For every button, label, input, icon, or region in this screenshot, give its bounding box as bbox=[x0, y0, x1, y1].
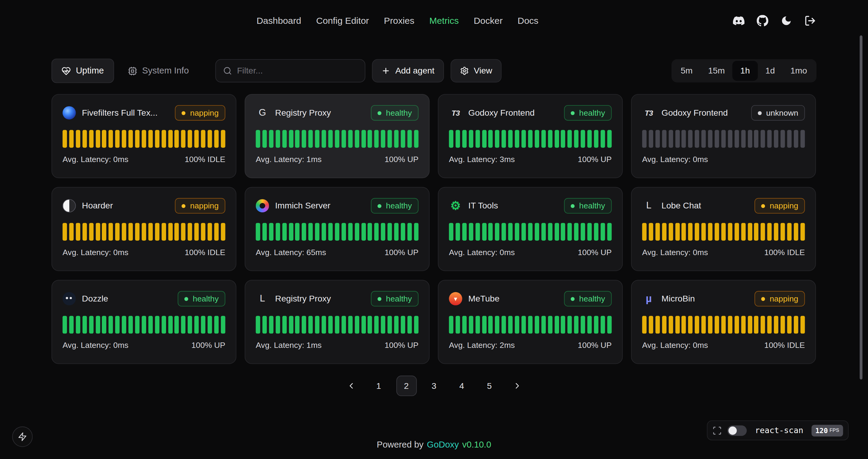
service-favicon-icon: ⚙ bbox=[449, 199, 462, 212]
discord-icon[interactable] bbox=[733, 15, 745, 27]
service-card[interactable]: Hoarder napping Avg. Latency: 0ms 100% I… bbox=[52, 187, 236, 271]
pagination-prev[interactable] bbox=[341, 375, 361, 396]
uptime-bar bbox=[276, 130, 280, 148]
uptime-bar bbox=[361, 223, 366, 241]
status-dot-icon bbox=[758, 111, 762, 115]
pagination-page-4[interactable]: 4 bbox=[452, 375, 472, 396]
uptime-bars bbox=[449, 316, 612, 334]
add-agent-button[interactable]: Add agent bbox=[372, 59, 444, 83]
uptime-bar bbox=[262, 316, 267, 334]
uptime-bars bbox=[63, 316, 225, 334]
uptime-bar bbox=[82, 223, 87, 241]
tab-system-info[interactable]: System Info bbox=[118, 59, 199, 83]
range-15m[interactable]: 15m bbox=[701, 61, 733, 81]
uptime-bar bbox=[735, 316, 739, 334]
nav-item-docs[interactable]: Docs bbox=[518, 15, 538, 26]
uptime-bar bbox=[414, 316, 418, 334]
nav-item-proxies[interactable]: Proxies bbox=[384, 15, 414, 26]
uptime-bar bbox=[594, 223, 598, 241]
service-card[interactable]: Fivefilters Full Tex... napping Avg. Lat… bbox=[52, 94, 236, 178]
service-name: Fivefilters Full Tex... bbox=[82, 108, 169, 118]
status-badge: healthy bbox=[371, 105, 418, 121]
view-button[interactable]: View bbox=[451, 59, 502, 83]
uptime-bar bbox=[388, 223, 392, 241]
uptime-bar bbox=[214, 130, 219, 148]
pagination-page-3[interactable]: 3 bbox=[424, 375, 444, 396]
uptime-bar bbox=[449, 223, 454, 241]
uptime-bar bbox=[161, 130, 166, 148]
dark-mode-icon[interactable] bbox=[781, 15, 792, 27]
nav-item-config-editor[interactable]: Config Editor bbox=[316, 15, 369, 26]
pagination-page-1[interactable]: 1 bbox=[368, 375, 389, 396]
service-card[interactable]: L Registry Proxy healthy Avg. Latency: 1… bbox=[245, 280, 430, 364]
uptime-bar bbox=[515, 130, 519, 148]
service-name: Godoxy Frontend bbox=[661, 108, 745, 118]
tab-uptime[interactable]: Uptime bbox=[52, 59, 114, 83]
uptime-bars bbox=[642, 316, 805, 334]
service-card[interactable]: Immich Server healthy Avg. Latency: 65ms… bbox=[245, 187, 430, 271]
nav-item-metrics[interactable]: Metrics bbox=[429, 15, 459, 26]
nav-item-dashboard[interactable]: Dashboard bbox=[256, 15, 301, 26]
uptime-bar bbox=[502, 223, 506, 241]
filter-input[interactable] bbox=[237, 66, 358, 76]
uptime-bar bbox=[122, 130, 126, 148]
uptime-bar bbox=[102, 130, 107, 148]
service-card[interactable]: µ MicroBin napping Avg. Latency: 0ms 100… bbox=[631, 280, 816, 364]
uptime-bar bbox=[302, 316, 307, 334]
service-favicon-icon bbox=[256, 199, 269, 212]
uptime-bar bbox=[168, 316, 173, 334]
service-favicon-icon: L bbox=[256, 292, 269, 305]
status-label: healthy bbox=[579, 294, 605, 303]
nav-item-docker[interactable]: Docker bbox=[474, 15, 503, 26]
status-badge: healthy bbox=[371, 291, 418, 306]
uptime-bar bbox=[495, 316, 500, 334]
pagination-page-2[interactable]: 2 bbox=[396, 375, 416, 396]
uptime-bars bbox=[642, 130, 805, 148]
uptime-bars bbox=[256, 223, 418, 241]
uptime-bar bbox=[800, 130, 805, 148]
uptime-bar bbox=[361, 130, 366, 148]
status-label: healthy bbox=[386, 201, 412, 210]
service-card[interactable]: G Registry Proxy healthy Avg. Latency: 1… bbox=[245, 94, 430, 178]
logout-icon[interactable] bbox=[804, 15, 816, 27]
uptime-bar bbox=[89, 130, 93, 148]
service-card[interactable]: ▼ MeTube healthy Avg. Latency: 2ms 100% … bbox=[438, 280, 623, 364]
range-1h[interactable]: 1h bbox=[733, 61, 758, 81]
latency-label: Avg. Latency: 0ms bbox=[642, 341, 708, 349]
uptime-bar bbox=[528, 316, 532, 334]
uptime-bar bbox=[401, 130, 405, 148]
uptime-bar bbox=[188, 316, 192, 334]
service-card[interactable]: ⚙ IT Tools healthy Avg. Latency: 0ms 100… bbox=[438, 187, 623, 271]
pagination-next[interactable] bbox=[507, 375, 527, 396]
service-favicon-icon: T3 bbox=[642, 106, 655, 120]
service-favicon-icon: ▼ bbox=[449, 292, 462, 305]
uptime-bar bbox=[695, 223, 700, 241]
uptime-bar bbox=[741, 130, 746, 148]
uptime-bar bbox=[161, 223, 166, 241]
service-card[interactable]: Dozzle healthy Avg. Latency: 0ms 100% UP bbox=[52, 280, 236, 364]
service-card[interactable]: T3 Godoxy Frontend unknown Avg. Latency:… bbox=[631, 94, 816, 178]
uptime-bar bbox=[594, 130, 598, 148]
footer-brand-link[interactable]: GoDoxy bbox=[427, 440, 459, 450]
status-dot-icon bbox=[378, 111, 381, 115]
uptime-bar bbox=[296, 316, 300, 334]
uptime-bar bbox=[715, 130, 719, 148]
uptime-bar bbox=[368, 130, 372, 148]
pagination-page-5[interactable]: 5 bbox=[479, 375, 500, 396]
uptime-bar bbox=[489, 130, 493, 148]
range-1d[interactable]: 1d bbox=[758, 61, 783, 81]
uptime-bar bbox=[208, 130, 212, 148]
service-card[interactable]: T3 Godoxy Frontend healthy Avg. Latency:… bbox=[438, 94, 623, 178]
range-5m[interactable]: 5m bbox=[673, 61, 701, 81]
range-1mo[interactable]: 1mo bbox=[783, 61, 815, 81]
uptime-bars bbox=[642, 223, 805, 241]
service-card[interactable]: L Lobe Chat napping Avg. Latency: 0ms 10… bbox=[631, 187, 816, 271]
react-scan-toggle[interactable] bbox=[727, 425, 747, 436]
uptime-bar bbox=[701, 316, 706, 334]
status-dot-icon bbox=[761, 204, 765, 208]
github-icon[interactable] bbox=[757, 15, 769, 27]
uptime-bar bbox=[649, 316, 653, 334]
uptime-bar bbox=[96, 223, 100, 241]
scrollbar-thumb[interactable] bbox=[860, 36, 862, 380]
uptime-label: 100% IDLE bbox=[185, 248, 225, 257]
